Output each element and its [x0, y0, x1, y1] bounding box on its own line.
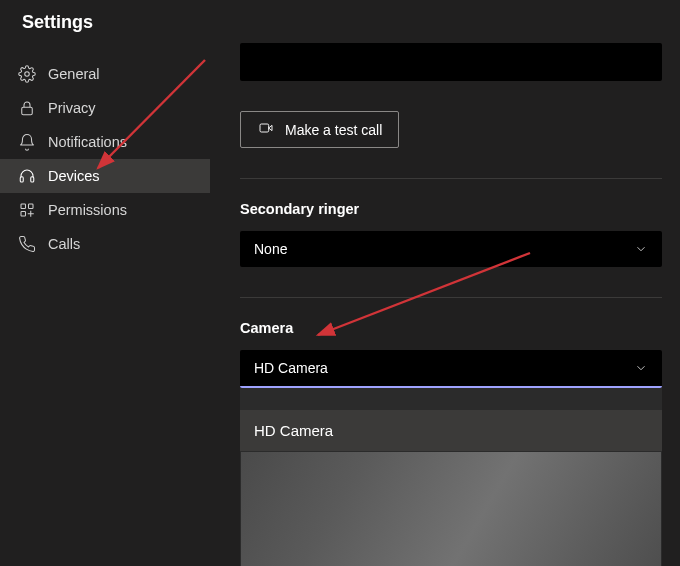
settings-sidebar: General Privacy Notifications Devices Pe [0, 43, 210, 566]
sidebar-item-permissions[interactable]: Permissions [0, 193, 210, 227]
svg-rect-2 [20, 177, 23, 182]
sidebar-item-notifications[interactable]: Notifications [0, 125, 210, 159]
dropdown-spacer [240, 388, 662, 410]
make-test-call-button[interactable]: Make a test call [240, 111, 399, 148]
divider [240, 178, 662, 179]
svg-rect-4 [21, 204, 26, 209]
test-call-label: Make a test call [285, 122, 382, 138]
camera-preview [240, 451, 662, 566]
sidebar-item-label: Devices [48, 168, 100, 184]
speaker-select-truncated[interactable] [240, 43, 662, 81]
svg-rect-1 [22, 107, 33, 115]
bell-icon [18, 133, 36, 151]
camera-select[interactable]: HD Camera [240, 350, 662, 388]
apps-icon [18, 201, 36, 219]
camera-value: HD Camera [254, 360, 328, 376]
settings-main: Make a test call Secondary ringer None C… [210, 43, 680, 566]
phone-icon [18, 235, 36, 253]
svg-rect-3 [31, 177, 34, 182]
gear-icon [18, 65, 36, 83]
camera-option-hd-camera[interactable]: HD Camera [240, 410, 662, 451]
page-title: Settings [22, 12, 658, 33]
camera-dropdown: HD Camera [240, 388, 662, 451]
divider [240, 297, 662, 298]
sidebar-item-label: General [48, 66, 100, 82]
svg-rect-5 [29, 204, 34, 209]
chevron-down-icon [634, 361, 648, 375]
headset-icon [18, 167, 36, 185]
chevron-down-icon [634, 242, 648, 256]
sidebar-item-label: Permissions [48, 202, 127, 218]
svg-rect-7 [260, 124, 269, 132]
svg-rect-6 [21, 212, 26, 217]
lock-icon [18, 99, 36, 117]
secondary-ringer-value: None [254, 241, 287, 257]
sidebar-item-label: Notifications [48, 134, 127, 150]
sidebar-item-general[interactable]: General [0, 57, 210, 91]
sidebar-item-label: Privacy [48, 100, 96, 116]
camera-label: Camera [240, 320, 662, 336]
settings-header: Settings [0, 0, 680, 43]
secondary-ringer-select[interactable]: None [240, 231, 662, 267]
svg-point-0 [25, 72, 30, 77]
sidebar-item-label: Calls [48, 236, 80, 252]
sidebar-item-devices[interactable]: Devices [0, 159, 210, 193]
test-call-icon [257, 120, 275, 139]
secondary-ringer-label: Secondary ringer [240, 201, 662, 217]
sidebar-item-calls[interactable]: Calls [0, 227, 210, 261]
sidebar-item-privacy[interactable]: Privacy [0, 91, 210, 125]
